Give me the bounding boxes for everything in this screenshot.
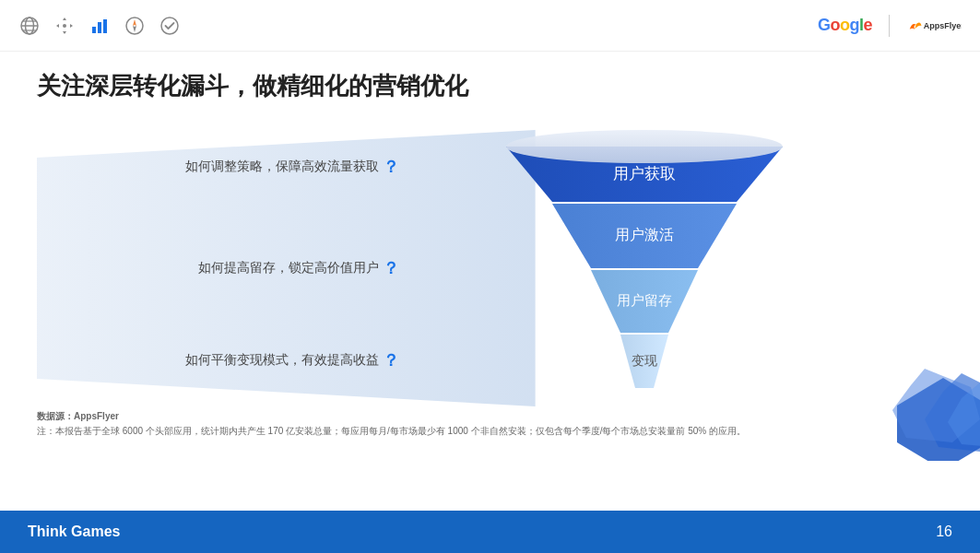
question-mark-3: ？ [383, 349, 399, 371]
globe-icon[interactable] [18, 15, 41, 37]
svg-marker-10 [133, 19, 136, 26]
left-questions: 如何调整策略，保障高效流量获取 ？ 如何提高留存，锁定高价值用户 ？ 如何平衡变… [37, 121, 418, 425]
question-mark-1: ？ [383, 156, 399, 178]
brand-label: Think Games [28, 524, 120, 540]
svg-rect-8 [103, 19, 107, 33]
svg-text:用户激活: 用户激活 [615, 227, 674, 242]
question-mark-2: ？ [383, 257, 399, 279]
question-item-1: 如何调整策略，保障高效流量获取 ？ [185, 156, 399, 178]
svg-text:用户获取: 用户获取 [613, 165, 676, 182]
compass-icon[interactable] [124, 15, 146, 37]
svg-marker-11 [133, 26, 136, 32]
note-text: 注：本报告基于全球 6000 个头部应用，统计期内共产生 170 亿安装总量；每… [37, 424, 746, 439]
funnel-area-inner: 如何调整策略，保障高效流量获取 ？ 如何提高留存，锁定高价值用户 ？ 如何平衡变… [37, 121, 943, 425]
google-logo: Google [818, 16, 872, 35]
move-icon[interactable] [53, 15, 76, 37]
svg-text:用户留存: 用户留存 [617, 292, 672, 308]
svg-rect-6 [92, 27, 96, 33]
funnel-container: 用户获取 用户激活 用户留存 变现 [418, 121, 871, 425]
question-text-2: 如何提高留存，锁定高价值用户 [198, 260, 379, 276]
funnel-svg: 用户获取 用户激活 用户留存 变现 [488, 121, 801, 416]
page-title: 关注深层转化漏斗，做精细化的营销优化 [37, 70, 943, 102]
funnel-area: 如何调整策略，保障高效流量获取 ？ 如何提高留存，锁定高价值用户 ？ 如何平衡变… [37, 121, 943, 425]
question-item-2: 如何提高留存，锁定高价值用户 ？ [198, 257, 399, 279]
svg-point-12 [161, 18, 178, 34]
svg-point-5 [63, 24, 66, 28]
appsflyer-logo: AppsFlyer [906, 17, 962, 35]
svg-rect-7 [98, 22, 101, 33]
bottom-bar: Think Games 16 [0, 511, 980, 553]
svg-text:AppsFlyer: AppsFlyer [924, 21, 962, 30]
page-number: 16 [936, 524, 952, 540]
bar-chart-icon[interactable] [89, 15, 111, 37]
check-circle-icon[interactable] [159, 15, 181, 37]
logo-divider [889, 15, 890, 37]
svg-text:变现: 变现 [632, 353, 657, 368]
top-nav: Google AppsFlyer [0, 0, 980, 52]
nav-icon-group[interactable] [18, 15, 181, 37]
question-item-3: 如何平衡变现模式，有效提高收益 ？ [185, 349, 399, 371]
logo-area: Google AppsFlyer [818, 15, 962, 37]
question-text-1: 如何调整策略，保障高效流量获取 [185, 159, 379, 175]
question-text-3: 如何平衡变现模式，有效提高收益 [185, 352, 379, 369]
main-content: 关注深层转化漏斗，做精细化的营销优化 如何调整策略，保障高效流量获取 ？ 如何提… [0, 52, 980, 503]
svg-point-14 [506, 130, 783, 163]
